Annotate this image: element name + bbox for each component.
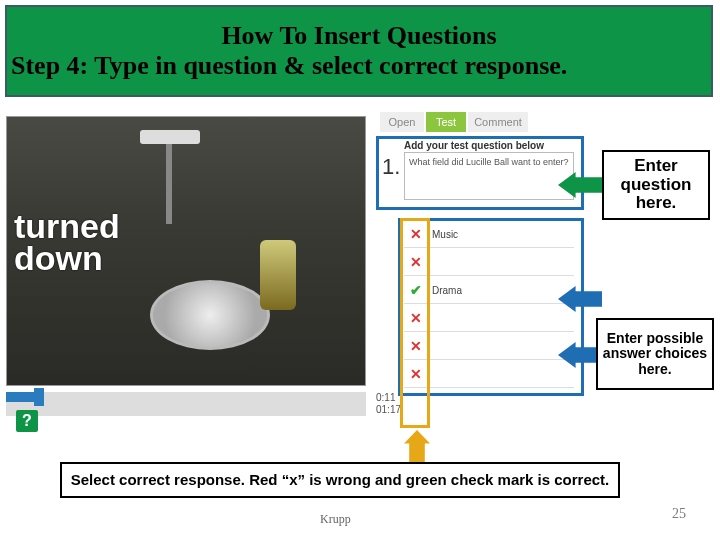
header-line-2: Step 4: Type in question & select correc… bbox=[5, 51, 713, 81]
arrow-up-icon bbox=[404, 430, 430, 464]
marks-highlight-box bbox=[400, 218, 430, 428]
video-timeline[interactable] bbox=[6, 392, 366, 416]
tab-comment[interactable]: Comment bbox=[468, 112, 528, 132]
tab-test[interactable]: Test bbox=[426, 112, 466, 132]
video-decor bbox=[150, 280, 270, 350]
callout-answers: Enter possible answer choices here. bbox=[596, 318, 714, 390]
video-caption: turned down bbox=[14, 210, 120, 275]
tab-open[interactable]: Open bbox=[380, 112, 424, 132]
footer-author: Krupp bbox=[320, 512, 351, 527]
header-text: How To Insert Questions Step 4: Type in … bbox=[5, 5, 713, 97]
video-decor bbox=[166, 144, 172, 224]
question-highlight-box bbox=[376, 136, 584, 210]
time-total: 01:17 bbox=[376, 404, 401, 415]
video-decor bbox=[140, 130, 200, 144]
video-decor bbox=[260, 240, 296, 310]
question-marker-icon[interactable]: ? bbox=[16, 410, 38, 432]
time-current: 0:11 bbox=[376, 392, 395, 403]
callout-question: Enter question here. bbox=[602, 150, 710, 220]
video-caption-2: down bbox=[14, 239, 103, 277]
footer-page-number: 25 bbox=[672, 506, 686, 522]
callout-correct: Select correct response. Red “x” is wron… bbox=[60, 462, 620, 498]
video-scrubber[interactable] bbox=[34, 388, 44, 406]
header-line-1: How To Insert Questions bbox=[5, 21, 713, 51]
